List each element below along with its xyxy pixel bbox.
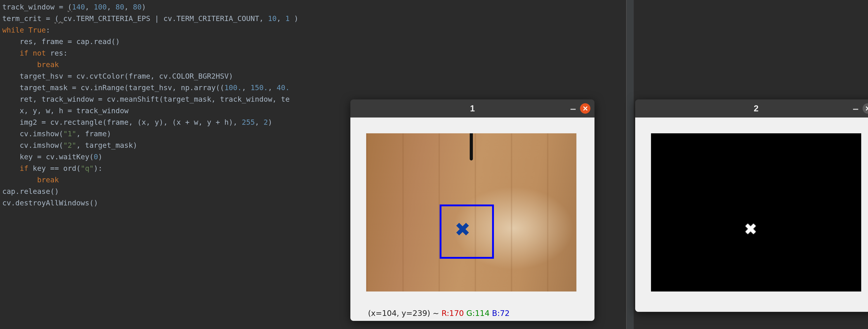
mask-blob-icon: ✖ — [745, 217, 757, 241]
target-x-icon: ✖ — [456, 215, 470, 243]
r-label: R: — [441, 309, 449, 318]
ceiling-object — [470, 133, 473, 160]
cv-window-1[interactable]: 1 – ✕ ✖ (x=104, y=239) ~ R:170 G:114 B:7… — [350, 99, 594, 321]
coord-x: 104 — [382, 309, 397, 318]
video-frame[interactable]: ✖ — [366, 133, 577, 292]
r-value: 170 — [449, 309, 464, 318]
coord-suffix: ) ~ — [427, 309, 441, 318]
close-icon[interactable]: ✕ — [580, 103, 590, 114]
close-icon[interactable]: ✕ — [863, 103, 868, 114]
titlebar[interactable]: 2 – ✕ — [635, 99, 868, 118]
panel-splitter[interactable] — [626, 0, 634, 329]
b-value: 72 — [500, 309, 509, 318]
cv-window-2[interactable]: 2 – ✕ ✖ — [635, 99, 868, 312]
b-label: B: — [492, 309, 500, 318]
window-title: 2 — [754, 104, 758, 113]
pixel-readout: (x=104, y=239) ~ R:170 G:114 B:72 — [366, 306, 579, 321]
window-title: 1 — [470, 104, 475, 113]
window-content: ✖ (x=104, y=239) ~ R:170 G:114 B:72 — [350, 118, 594, 321]
g-label: G: — [466, 309, 475, 318]
mask-frame[interactable]: ✖ — [651, 133, 861, 292]
window-content: ✖ — [635, 118, 868, 312]
g-value: 114 — [475, 309, 490, 318]
titlebar[interactable]: 1 – ✕ — [350, 99, 594, 118]
coord-sep: , y= — [397, 309, 412, 318]
coord-xlabel: (x= — [368, 309, 382, 318]
coord-y: 239 — [412, 309, 427, 318]
